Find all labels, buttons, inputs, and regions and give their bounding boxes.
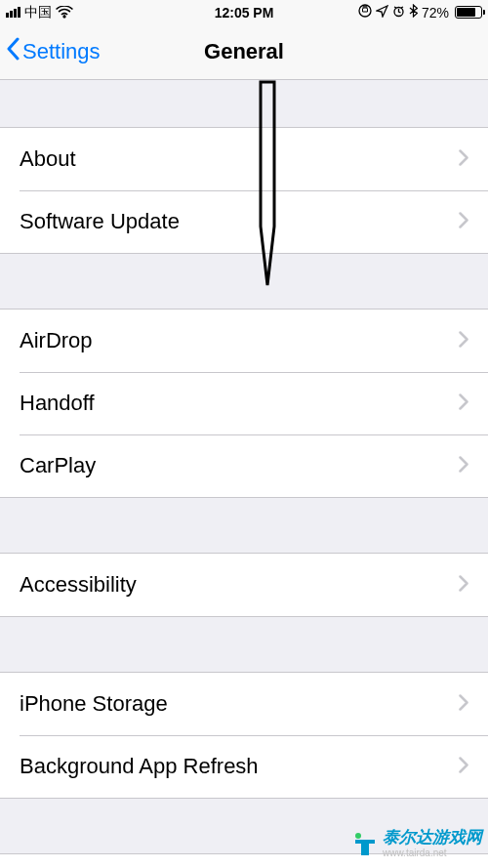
chevron-right-icon <box>459 456 468 476</box>
row-label: CarPlay <box>20 453 459 478</box>
chevron-left-icon <box>6 37 20 66</box>
chevron-right-icon <box>459 575 468 596</box>
row-label: About <box>20 146 459 172</box>
location-icon <box>376 5 388 21</box>
chevron-right-icon <box>459 757 468 777</box>
row-software-update[interactable]: Software Update <box>0 190 488 253</box>
group-about: About Software Update <box>0 127 488 254</box>
content-scroll[interactable]: About Software Update AirDrop Handoff Ca… <box>0 80 488 868</box>
group-accessibility: Accessibility <box>0 553 488 617</box>
battery-icon <box>455 6 482 19</box>
row-label: Handoff <box>20 391 459 416</box>
row-label: Background App Refresh <box>20 754 459 779</box>
navigation-bar: Settings General <box>0 24 488 80</box>
chevron-right-icon <box>459 694 468 715</box>
row-accessibility[interactable]: Accessibility <box>0 554 488 616</box>
row-label: iPhone Storage <box>20 691 459 717</box>
carrier-label: 中国 <box>24 4 52 21</box>
status-bar: 中国 12:05 PM 72% <box>0 0 488 24</box>
signal-icon <box>6 7 20 18</box>
row-about[interactable]: About <box>0 128 488 190</box>
row-handoff[interactable]: Handoff <box>0 372 488 434</box>
back-label: Settings <box>22 39 101 64</box>
status-left: 中国 <box>6 4 73 21</box>
chevron-right-icon <box>459 149 468 170</box>
row-carplay[interactable]: CarPlay <box>0 434 488 497</box>
orientation-lock-icon <box>358 4 372 21</box>
row-label: AirDrop <box>20 328 459 353</box>
bluetooth-icon <box>409 4 418 21</box>
status-time: 12:05 PM <box>215 5 274 21</box>
row-label: Accessibility <box>20 572 459 598</box>
status-right: 72% <box>358 4 482 21</box>
alarm-icon <box>392 5 405 21</box>
group-storage: iPhone Storage Background App Refresh <box>0 672 488 799</box>
battery-percent: 72% <box>422 5 449 21</box>
row-iphone-storage[interactable]: iPhone Storage <box>0 673 488 735</box>
row-label: Software Update <box>20 209 459 234</box>
chevron-right-icon <box>459 331 468 351</box>
chevron-right-icon <box>459 393 468 414</box>
page-title: General <box>204 39 284 64</box>
row-airdrop[interactable]: AirDrop <box>0 310 488 372</box>
wifi-icon <box>56 6 73 19</box>
back-button[interactable]: Settings <box>0 37 101 66</box>
row-background-app-refresh[interactable]: Background App Refresh <box>0 735 488 798</box>
row-restrictions[interactable]: Restrictions Off <box>0 854 488 868</box>
group-restrictions: Restrictions Off <box>0 853 488 868</box>
group-connectivity: AirDrop Handoff CarPlay <box>0 309 488 498</box>
chevron-right-icon <box>459 212 468 232</box>
